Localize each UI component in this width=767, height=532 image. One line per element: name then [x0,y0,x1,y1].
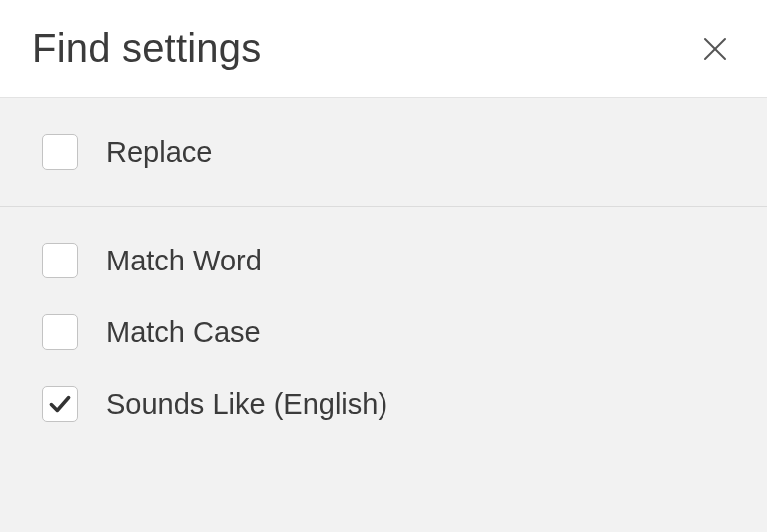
option-match-case[interactable]: Match Case [0,296,767,368]
check-icon [47,391,73,417]
checkbox-sounds-like[interactable] [42,386,78,422]
group-replace: Replace [0,98,767,206]
close-button[interactable] [695,29,735,69]
checkbox-match-word[interactable] [42,243,78,278]
find-settings-panel: Find settings Replace Match Wor [0,0,767,532]
checkbox-match-case[interactable] [42,314,78,350]
option-match-word[interactable]: Match Word [0,225,767,296]
group-match-options: Match Word Match Case Sounds Like (Engli… [0,206,767,458]
checkbox-replace[interactable] [42,134,78,170]
option-label: Match Word [106,245,262,277]
option-label: Replace [106,136,212,169]
option-sounds-like[interactable]: Sounds Like (English) [0,368,767,440]
close-icon [700,34,730,64]
option-replace[interactable]: Replace [0,116,767,188]
option-label: Sounds Like (English) [106,388,387,421]
panel-header: Find settings [0,0,767,98]
option-label: Match Case [106,316,261,349]
panel-title: Find settings [32,26,261,71]
